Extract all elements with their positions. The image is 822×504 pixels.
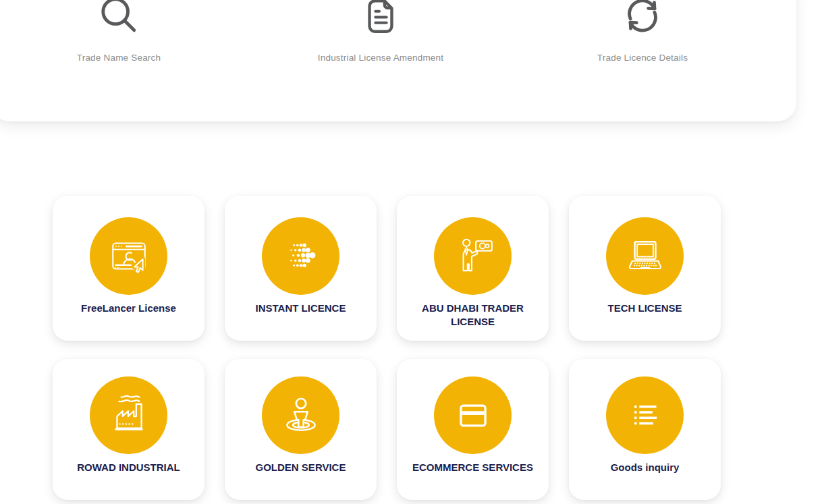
service-card-rowad-industrial[interactable]: ROWAD INDUSTRIAL bbox=[53, 359, 204, 500]
service-card-ecommerce-services[interactable]: ECOMMERCE SERVICES bbox=[397, 359, 549, 500]
quick-link-trade-licence-details[interactable]: Trade Licence Details bbox=[541, 0, 744, 63]
quick-link-trade-name-search[interactable]: Trade Name Search bbox=[18, 0, 220, 63]
quick-link-label: Industrial License Amendment bbox=[318, 53, 443, 63]
service-card-label: TECH LICENSE bbox=[597, 302, 692, 315]
trader-banknote-icon bbox=[434, 217, 512, 295]
quick-links-panel: Trade Name Search Industrial License Ame… bbox=[0, 0, 796, 121]
dotted-arrow-icon bbox=[262, 217, 339, 295]
quick-link-label: Trade Name Search bbox=[77, 53, 161, 63]
laptop-icon bbox=[606, 217, 684, 295]
freelancer-browser-cursor-icon bbox=[90, 217, 167, 295]
service-card-label: ECOMMERCE SERVICES bbox=[402, 461, 544, 474]
bullet-list-icon bbox=[606, 376, 684, 454]
credit-card-icon bbox=[434, 376, 512, 454]
service-card-label: ROWAD INDUSTRIAL bbox=[66, 461, 191, 474]
service-card-label: Goods inquiry bbox=[600, 461, 690, 474]
service-card-tech-license[interactable]: TECH LICENSE bbox=[569, 196, 721, 341]
sync-icon bbox=[622, 0, 663, 38]
service-card-goods-inquiry[interactable]: Goods inquiry bbox=[569, 359, 721, 500]
service-card-instant-licence[interactable]: INSTANT LICENCE bbox=[225, 196, 377, 341]
service-card-freelancer-license[interactable]: FreeLancer License bbox=[53, 196, 204, 341]
service-card-label: INSTANT LICENCE bbox=[245, 302, 357, 315]
search-icon bbox=[98, 0, 140, 38]
service-card-label: ABU DHABI TRADER LICENSE bbox=[397, 302, 549, 329]
factory-icon bbox=[90, 376, 167, 454]
person-pin-icon bbox=[262, 376, 339, 454]
service-card-label: GOLDEN SERVICE bbox=[245, 461, 357, 474]
service-card-golden-service[interactable]: GOLDEN SERVICE bbox=[225, 359, 377, 500]
quick-link-label: Trade Licence Details bbox=[597, 53, 688, 63]
service-card-label: FreeLancer License bbox=[70, 302, 187, 315]
document-icon bbox=[360, 0, 402, 38]
service-card-abu-dhabi-trader-license[interactable]: ABU DHABI TRADER LICENSE bbox=[397, 196, 549, 341]
quick-link-industrial-license-amendment[interactable]: Industrial License Amendment bbox=[279, 0, 482, 63]
